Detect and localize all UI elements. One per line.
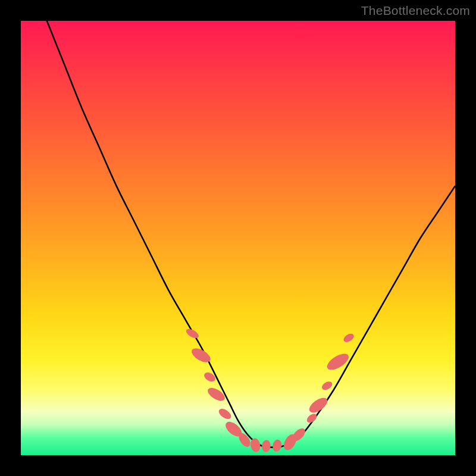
chart-frame: TheBottleneck.com (0, 0, 476, 476)
curve-marker (342, 332, 355, 344)
curve-marker (325, 350, 352, 373)
watermark-text: TheBottleneck.com (361, 4, 470, 18)
curve-marker (184, 327, 200, 340)
curve-marker (271, 439, 283, 452)
curve-marker (321, 380, 334, 392)
curve-marker (261, 440, 271, 453)
bottleneck-curve (47, 21, 455, 447)
curve-marker (217, 407, 233, 421)
curve-layer (21, 21, 455, 455)
curve-marker (249, 437, 261, 453)
curve-marker (206, 385, 227, 403)
plot-area (21, 21, 455, 455)
